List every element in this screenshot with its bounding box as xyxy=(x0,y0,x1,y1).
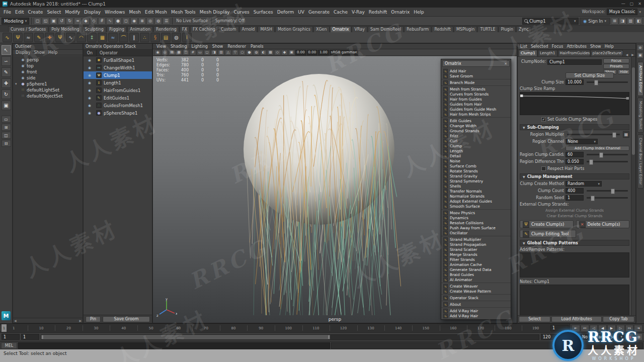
snap-grid-icon[interactable]: # xyxy=(98,18,106,25)
outliner-item[interactable]: ◉ side xyxy=(13,75,83,81)
ornatrix-menu-item[interactable]: ∿ Detail xyxy=(441,153,511,158)
ornatrix-menu-item[interactable]: ∿ Guides from Hair xyxy=(441,102,511,107)
ornatrix-menu-item[interactable]: ∿ Strand Multiplier xyxy=(441,237,511,242)
add-clump-index-button[interactable]: Add Clump Index Channel xyxy=(566,146,629,151)
ornatrix-length-icon[interactable]: ↕ xyxy=(87,33,97,42)
ornatrix-menu-item[interactable]: ∿ Hair from Guides xyxy=(441,97,511,102)
menu-item[interactable]: Select xyxy=(45,10,63,15)
gain-field[interactable]: 1.00 xyxy=(318,50,329,55)
workspace-value[interactable]: Maya Classic xyxy=(607,9,638,15)
outliner-menu-item[interactable]: Show xyxy=(34,50,45,55)
ae-tab[interactable]: Length1 xyxy=(538,50,557,56)
patterns-list-box[interactable] xyxy=(520,252,629,278)
menu-item[interactable]: Display xyxy=(82,10,103,15)
clump-size-ramp-widget[interactable] xyxy=(520,92,629,115)
ornatrix-add-hair-icon[interactable]: ∿ xyxy=(3,33,12,42)
frame-tick[interactable]: 20 xyxy=(55,324,83,332)
ornatrix-hair-from-guides-icon[interactable]: ≈ xyxy=(24,33,33,42)
layout-single-pane-icon[interactable]: ▭ xyxy=(2,116,11,123)
ornatrix-menu-item[interactable]: ∿ Guides from Guide Mesh xyxy=(441,107,511,112)
frame-tick[interactable]: 130 xyxy=(357,324,385,332)
create-clumps-button[interactable]: Ψ Create Clump(s) xyxy=(520,220,574,228)
bookmark-icon[interactable]: ▤ xyxy=(169,50,175,55)
film-gate-icon[interactable]: ▭ xyxy=(197,50,203,55)
node-name-field[interactable]: Clump1 xyxy=(547,59,602,65)
range-slider-track[interactable] xyxy=(41,334,539,340)
viewport-menu-item[interactable]: View xyxy=(156,44,166,49)
layout-split-icon[interactable]: ⊟ xyxy=(2,140,11,147)
ornatrix-menu-item[interactable]: ∿ Curl xyxy=(441,138,511,143)
menu-item[interactable]: Mesh Tools xyxy=(169,10,198,15)
snap-point-icon[interactable]: ● xyxy=(114,18,122,25)
region-candidates-field[interactable]: 60 xyxy=(566,152,584,157)
color-space-select[interactable]: sRGB gamma ▾ xyxy=(330,50,358,55)
save-groom-button[interactable]: Save Groom xyxy=(103,316,150,322)
ornatrix-menu-title[interactable]: Ornatrix ✕ xyxy=(442,60,510,67)
shadows-icon[interactable]: ● xyxy=(246,50,253,55)
maximize-button[interactable]: ▢ xyxy=(630,2,634,6)
operator-row[interactable]: ◉ ● pSphereShape1 xyxy=(84,109,152,117)
shelf-tab[interactable]: Rendering xyxy=(153,26,179,32)
ornatrix-menu-item[interactable]: ∿ Ground Strands xyxy=(441,128,511,133)
ornatrix-menu-item[interactable]: ∿ Animation Cache xyxy=(441,262,511,267)
field-chart-icon[interactable]: ▥ xyxy=(218,50,224,55)
ornatrix-dynamics-icon[interactable]: ≈ xyxy=(108,33,118,42)
frame-tick[interactable]: 50 xyxy=(137,324,165,332)
ornatrix-menu-item[interactable]: ∿ Generate Strand Data xyxy=(441,267,511,272)
clump-count-slider[interactable] xyxy=(587,190,628,192)
frame-tick[interactable]: 140 xyxy=(384,324,412,332)
move-tool-icon[interactable]: ✚ xyxy=(2,78,11,88)
shelf-tab[interactable]: Ornatrix xyxy=(330,26,352,32)
isolate-select-icon[interactable]: ◇ xyxy=(274,50,281,55)
operator-row[interactable]: ◉ ↕ Length1 xyxy=(84,79,152,86)
frame-tick[interactable]: 150 xyxy=(412,324,440,332)
ae-menu-item[interactable]: List xyxy=(520,44,527,49)
operator-enabled-icon[interactable]: ◉ xyxy=(85,111,94,115)
layout-four-pane-icon[interactable]: ⊞ xyxy=(2,124,11,131)
safe-title-icon[interactable]: ▽ xyxy=(232,50,238,55)
ornatrix-menu-item[interactable]: ∿ About xyxy=(441,302,511,308)
ornatrix-mesh-from-strands-icon[interactable]: ▦ xyxy=(98,33,107,42)
ornatrix-menu-item[interactable]: ∿ Clump xyxy=(441,143,511,148)
undo-icon[interactable]: ↺ xyxy=(58,18,65,25)
region-multiplier-slider[interactable] xyxy=(567,134,620,135)
operator-row[interactable]: ◉ ∴ GuidesFromMesh1 xyxy=(84,102,152,109)
ae-menu-item[interactable]: Focus xyxy=(552,44,564,49)
assign-external-button[interactable]: Assign External Clump Strands xyxy=(520,208,629,213)
operator-enabled-icon[interactable]: ◉ xyxy=(85,96,94,100)
menu-item[interactable]: File xyxy=(2,10,13,15)
presets-button[interactable]: Presets xyxy=(603,64,629,69)
expand-arrow-icon[interactable]: ▾ xyxy=(15,82,19,86)
viewport-menu-item[interactable]: Lighting xyxy=(191,44,207,49)
menu-item[interactable]: Edit Mesh xyxy=(143,10,169,15)
frame-tick[interactable]: 70 xyxy=(192,324,220,332)
frame-tick[interactable]: 180 xyxy=(495,324,522,332)
clump-editing-tool-button[interactable]: ✎ Clump Editing Tool xyxy=(520,230,576,238)
create-method-select[interactable]: Random ▾ xyxy=(566,181,602,187)
motion-blur-icon[interactable]: ◐ xyxy=(260,50,267,55)
textured-icon[interactable]: ▣ xyxy=(288,50,295,55)
operator-row[interactable]: ◉ ↔ ChangeWidth1 xyxy=(84,64,152,71)
ornatrix-menu-item[interactable]: ∿ Curves from Strands xyxy=(441,92,511,97)
ornatrix-menu-item[interactable]: ∿ Normalize Strands xyxy=(441,194,511,199)
ornatrix-menu-item[interactable]: ∿ Branch Mode xyxy=(441,80,511,86)
menu-item[interactable]: UV xyxy=(296,10,306,15)
ornatrix-menu-item[interactable]: ∿ Save Groom xyxy=(441,73,511,79)
ornatrix-curl-icon[interactable]: ◠ xyxy=(76,33,86,42)
operator-row[interactable]: ◉ ∿ HairFromGuides1 xyxy=(84,86,152,94)
grid-icon[interactable]: # xyxy=(190,50,196,55)
outliner-hscroll[interactable]: ◀ ▶ xyxy=(13,318,83,323)
time-ruler[interactable]: 1102030405060708090100110120130140150160… xyxy=(0,324,549,332)
ornatrix-menu-item[interactable]: ∿ Braid Guides xyxy=(441,272,511,277)
dock-gear-icon[interactable]: ⊛ xyxy=(637,45,643,51)
scale-tool-icon[interactable]: ▣ xyxy=(2,101,11,110)
ornatrix-menu-item[interactable]: ∿ Adopt External Guides xyxy=(441,199,511,204)
ornatrix-menu-item[interactable]: ∿ Transfer Normals xyxy=(441,189,511,194)
menu-item[interactable]: Mesh Display xyxy=(198,10,232,15)
range-start-handle[interactable] xyxy=(41,335,44,339)
lighting-icon[interactable]: ○ xyxy=(239,50,246,55)
map-texture-icon[interactable]: ▦ xyxy=(623,131,629,138)
close-button[interactable]: ✕ xyxy=(638,2,641,6)
no-live-surface-label[interactable]: No Live Surface xyxy=(175,19,209,23)
set-guide-shapes-checkbox[interactable]: ✓ xyxy=(541,117,546,122)
